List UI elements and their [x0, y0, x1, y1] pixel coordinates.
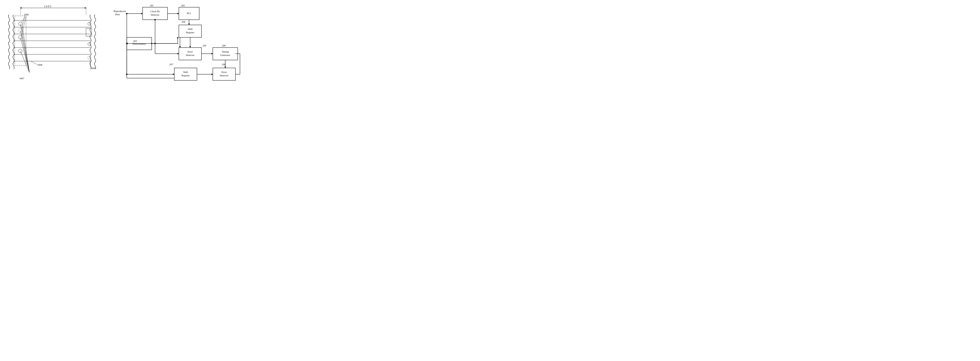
ref-207: 207	[169, 63, 173, 66]
svg-text:Detector: Detector	[186, 54, 194, 56]
svg-point-55	[154, 19, 156, 21]
svg-line-28	[22, 16, 25, 23]
svg-line-24	[21, 30, 29, 73]
svg-marker-3	[21, 7, 22, 9]
label-1006: 1006	[24, 13, 29, 16]
svg-text:Error: Error	[221, 71, 227, 73]
svg-marker-68	[179, 46, 181, 48]
svg-point-21	[88, 43, 91, 46]
svg-text:Shift: Shift	[183, 71, 188, 73]
ref-201: 201	[150, 4, 154, 7]
reproduced-data-label: Reproduced	[114, 10, 126, 13]
svg-point-82	[154, 43, 156, 44]
svg-marker-70	[212, 53, 213, 54]
svg-text:Data: Data	[115, 13, 120, 16]
label-1008: 1008	[37, 64, 43, 66]
svg-text:Timing: Timing	[222, 50, 229, 53]
svg-text:Error: Error	[188, 50, 193, 53]
svg-marker-66	[189, 46, 191, 48]
svg-point-88	[126, 13, 127, 14]
ref-204: 204	[181, 21, 185, 23]
svg-text:Shift: Shift	[188, 28, 192, 30]
svg-text:Clock Pit: Clock Pit	[150, 10, 160, 13]
svg-marker-80	[178, 53, 179, 54]
svg-point-74	[126, 43, 127, 44]
svg-point-22	[88, 56, 91, 59]
svg-text:Register: Register	[186, 31, 194, 34]
svg-marker-53	[188, 24, 190, 25]
svg-marker-64	[177, 37, 178, 38]
svg-point-84	[126, 73, 127, 75]
svg-marker-49	[141, 13, 143, 14]
svg-marker-78	[212, 73, 213, 75]
svg-line-31	[30, 61, 37, 65]
svg-marker-51	[178, 13, 179, 14]
svg-text:Register: Register	[181, 74, 190, 77]
svg-text:Determinator: Determinator	[133, 42, 146, 45]
label-1005: 1 0 0 5	[44, 5, 51, 8]
svg-text:Detector: Detector	[220, 74, 228, 77]
svg-marker-76	[173, 73, 174, 75]
left-diagram: 1 0 0 5	[2, 2, 111, 88]
label-1007: 1007	[19, 77, 24, 80]
svg-marker-4	[85, 7, 86, 9]
ref-205: 205	[203, 44, 207, 47]
svg-point-20	[88, 22, 91, 25]
ref-206: 206	[222, 44, 226, 47]
label-1009: 1009	[91, 67, 96, 70]
ref-203: 203	[133, 40, 137, 42]
svg-marker-72	[224, 67, 226, 68]
right-diagram: 201 202 203 204 205 206 207 208 Clock Pi…	[113, 2, 243, 88]
svg-text:Generator: Generator	[220, 54, 230, 56]
svg-text:Detector: Detector	[151, 13, 159, 16]
svg-text:PLL: PLL	[187, 12, 191, 14]
svg-line-23	[21, 24, 29, 73]
ref-202: 202	[181, 4, 185, 7]
svg-line-26	[21, 51, 29, 73]
